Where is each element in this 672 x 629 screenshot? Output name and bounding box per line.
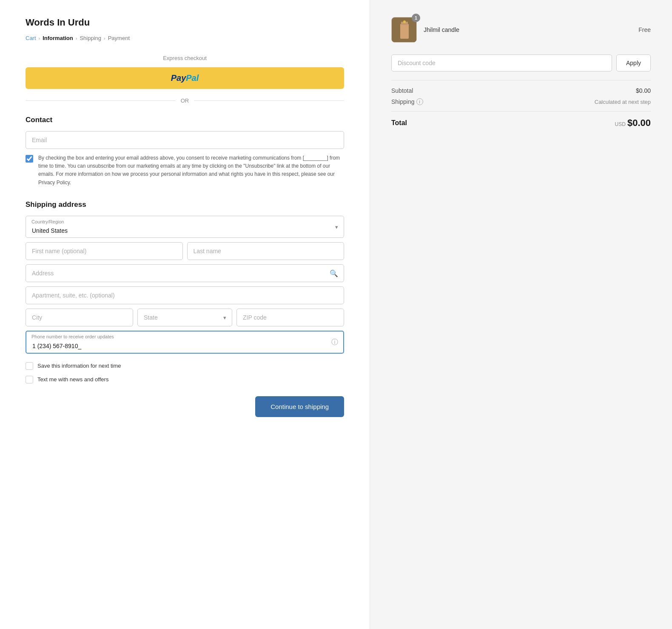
shipping-address-title: Shipping address [26, 200, 344, 209]
store-title: Words In Urdu [26, 17, 344, 28]
svg-rect-1 [400, 24, 409, 39]
phone-wrapper: Phone number to receive order updates ⓘ [26, 331, 344, 354]
apply-button[interactable]: Apply [616, 54, 651, 71]
apt-wrapper [26, 286, 344, 304]
search-icon: 🔍 [330, 269, 338, 277]
breadcrumb-sep-1: › [39, 36, 40, 41]
or-divider: OR [26, 97, 344, 104]
zip-field[interactable] [236, 309, 344, 326]
consent-checkbox[interactable] [26, 155, 33, 163]
total-currency: USD [615, 121, 626, 127]
contact-section-title: Contact [26, 116, 344, 124]
save-info-row: Save this information for next time [26, 362, 344, 370]
breadcrumb-sep-3: › [104, 36, 105, 41]
name-row [26, 242, 344, 260]
discount-code-input[interactable] [391, 54, 612, 71]
product-row: 1 Jhilmil candle Free [391, 17, 651, 43]
country-select[interactable]: United States [26, 216, 344, 238]
breadcrumb-information: Information [43, 35, 73, 41]
or-line-left [26, 100, 176, 101]
product-name: Jhilmil candle [424, 26, 632, 33]
breadcrumb-sep-2: › [76, 36, 77, 41]
price-breakdown: Subtotal $0.00 Shipping i Calculated at … [391, 80, 651, 129]
continue-btn-row: Continue to shipping [26, 396, 344, 417]
state-select[interactable]: State [137, 309, 232, 326]
product-quantity-badge: 1 [412, 14, 420, 22]
or-text: OR [181, 97, 189, 104]
product-image-wrapper: 1 [391, 17, 417, 43]
info-icon[interactable]: ⓘ [331, 337, 338, 346]
subtotal-label: Subtotal [391, 87, 413, 94]
text-me-checkbox[interactable] [26, 376, 33, 383]
city-field[interactable] [26, 309, 133, 326]
city-state-zip-row: State ▾ [26, 309, 344, 326]
left-panel: Words In Urdu Cart › Information › Shipp… [0, 0, 370, 629]
breadcrumb-shipping: Shipping [80, 35, 101, 41]
country-select-wrapper: Country/Region United States ▾ [26, 216, 344, 238]
total-row: Total USD $0.00 [391, 111, 651, 129]
address-wrapper: 🔍 [26, 264, 344, 282]
right-panel: 1 Jhilmil candle Free Apply Subtotal $0.… [370, 0, 672, 629]
express-checkout-label: Express checkout [26, 55, 344, 61]
shipping-address-section: Shipping address Country/Region United S… [26, 200, 344, 354]
first-name-field[interactable] [26, 242, 183, 260]
text-me-row: Text me with news and offers [26, 376, 344, 383]
breadcrumb: Cart › Information › Shipping › Payment [26, 35, 344, 41]
consent-row: By checking the box and entering your em… [26, 154, 344, 187]
svg-point-3 [403, 20, 406, 23]
apt-field[interactable] [26, 286, 344, 304]
product-price: Free [638, 26, 651, 33]
shipping-info-icon[interactable]: i [416, 98, 423, 105]
shipping-row: Shipping i Calculated at next step [391, 98, 651, 105]
country-label: Country/Region [31, 219, 64, 224]
state-select-wrapper: State ▾ [137, 309, 232, 326]
shipping-label: Shipping [391, 98, 415, 105]
breadcrumb-cart[interactable]: Cart [26, 35, 36, 41]
shipping-label-row: Shipping i [391, 98, 423, 105]
shipping-value: Calculated at next step [595, 99, 651, 105]
email-section [26, 131, 344, 149]
total-value: $0.00 [627, 117, 651, 129]
or-line-right [194, 100, 344, 101]
total-value-group: USD $0.00 [615, 117, 651, 129]
continue-to-shipping-button[interactable]: Continue to shipping [255, 396, 344, 417]
subtotal-row: Subtotal $0.00 [391, 87, 651, 94]
paypal-button[interactable]: PayPal [26, 67, 344, 89]
breadcrumb-payment: Payment [108, 35, 130, 41]
consent-text: By checking the box and entering your em… [38, 154, 344, 187]
last-name-field[interactable] [187, 242, 345, 260]
subtotal-value: $0.00 [636, 87, 651, 94]
address-field[interactable] [26, 264, 344, 282]
text-me-label: Text me with news and offers [37, 376, 108, 383]
discount-row: Apply [391, 54, 651, 71]
save-info-checkbox[interactable] [26, 362, 33, 370]
save-info-label: Save this information for next time [37, 363, 121, 369]
paypal-logo: PayPal [171, 73, 199, 83]
total-label: Total [391, 119, 407, 127]
email-field[interactable] [26, 131, 344, 149]
phone-label: Phone number to receive order updates [31, 334, 114, 339]
